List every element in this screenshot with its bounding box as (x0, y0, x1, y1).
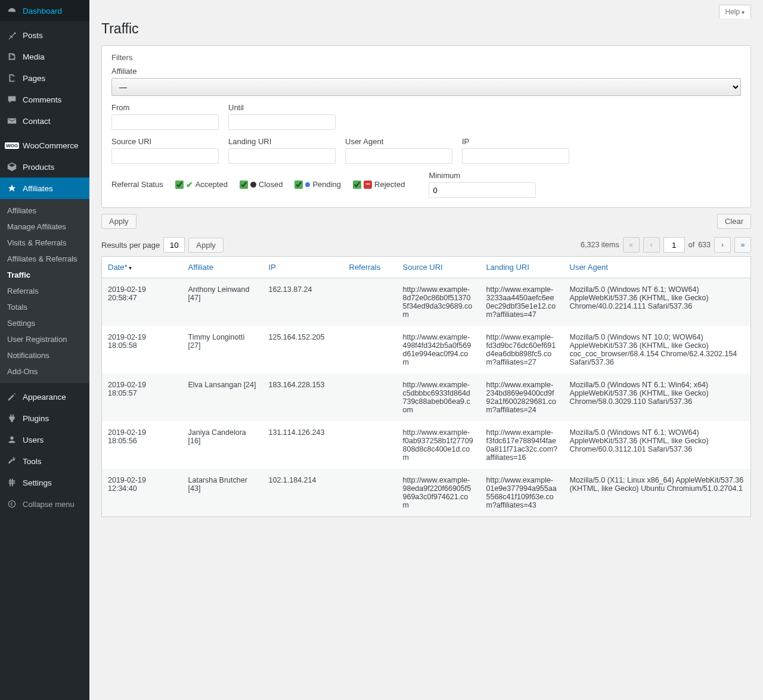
status-pending[interactable]: Pending (294, 180, 341, 189)
cell-affiliate: Janiya Candelora [16] (182, 421, 263, 469)
referral-status-label: Referral Status (111, 180, 163, 189)
menu-label: Products (23, 163, 54, 172)
submenu-affiliates-referrals[interactable]: Affiliates & Referrals (0, 251, 89, 267)
th-referrals[interactable]: Referrals (343, 257, 397, 278)
until-input[interactable] (228, 114, 336, 130)
main-content: Help Traffic Filters Affiliate — From Un… (89, 0, 763, 700)
dot-icon (305, 182, 310, 187)
pager-prev-icon[interactable]: ‹ (643, 237, 660, 253)
pager-current-input[interactable] (663, 237, 685, 253)
submenu-totals[interactable]: Totals (0, 299, 89, 315)
cell-landing-uri: http://www.example-fd3d9bc76dc60ef691d4e… (480, 326, 564, 374)
apply-button[interactable]: Apply (101, 214, 137, 229)
until-label: Until (228, 103, 336, 112)
clear-button[interactable]: Clear (717, 214, 751, 229)
help-tab[interactable]: Help (719, 5, 751, 18)
th-date[interactable]: Date* (102, 257, 182, 278)
menu-tools[interactable]: Tools (0, 450, 89, 472)
pager-next-icon[interactable]: › (714, 237, 731, 253)
cell-source-uri: http://www.example-498f4fd342b5a0f569d61… (397, 326, 480, 374)
cell-referrals (343, 421, 397, 469)
collapse-menu[interactable]: Collapse menu (0, 493, 89, 515)
table-row: 2019-02-19 12:34:40 Latarsha Brutcher [4… (102, 469, 751, 517)
menu-dashboard[interactable]: Dashboard (0, 0, 89, 21)
submenu-visits-referrals[interactable]: Visits & Referrals (0, 235, 89, 251)
th-landing-uri[interactable]: Landing URI (480, 257, 564, 278)
menu-appearance[interactable]: Appearance (0, 386, 89, 407)
appearance-icon (6, 391, 18, 403)
th-affiliate[interactable]: Affiliate (182, 257, 263, 278)
affiliate-select[interactable]: — (111, 78, 741, 96)
menu-posts[interactable]: Posts (0, 24, 89, 46)
pager-of-label: of (688, 241, 694, 249)
menu-woocommerce[interactable]: WOOWooCommerce (0, 135, 89, 156)
cell-source-uri: http://www.example-f0ab937258b1f27709808… (397, 421, 480, 469)
cell-date: 2019-02-19 12:34:40 (102, 469, 182, 517)
menu-plugins[interactable]: Plugins (0, 407, 89, 429)
status-accepted[interactable]: ✔Accepted (175, 180, 228, 189)
source-uri-label: Source URI (111, 137, 219, 146)
menu-comments[interactable]: Comments (0, 89, 89, 110)
cell-affiliate: Anthony Leinwand [47] (182, 278, 263, 326)
submenu-traffic[interactable]: Traffic (0, 267, 89, 283)
cell-referrals (343, 469, 397, 517)
submenu-manage-affiliates[interactable]: Manage Affiliates (0, 219, 89, 235)
cell-date: 2019-02-19 18:05:57 (102, 374, 182, 421)
cell-date: 2019-02-19 20:58:47 (102, 278, 182, 326)
cell-user-agent: Mozilla/5.0 (Windows NT 6.1; WOW64) Appl… (564, 278, 751, 326)
landing-uri-label: Landing URI (228, 137, 336, 146)
svg-point-0 (8, 500, 15, 507)
submenu-settings[interactable]: Settings (0, 315, 89, 331)
affiliates-icon (6, 182, 18, 194)
media-icon (6, 51, 18, 63)
ip-input[interactable] (462, 148, 569, 164)
menu-pages[interactable]: Pages (0, 67, 89, 89)
cell-date: 2019-02-19 18:05:56 (102, 421, 182, 469)
source-uri-input[interactable] (111, 148, 219, 164)
menu-label: Plugins (23, 414, 49, 423)
filters-panel: Filters Affiliate — From Until Source UR… (101, 45, 751, 208)
submenu-user-registration[interactable]: User Registration (0, 331, 89, 347)
status-rejected-checkbox[interactable] (353, 181, 361, 189)
per-page-input[interactable] (163, 237, 185, 253)
traffic-table: Date* Affiliate IP Referrals Source URI … (101, 256, 751, 517)
check-icon: ✔ (186, 180, 193, 189)
cell-landing-uri: http://www.example-01e9e377994a955aa5568… (480, 469, 564, 517)
status-closed[interactable]: Closed (240, 180, 283, 189)
submenu-referrals[interactable]: Referrals (0, 283, 89, 299)
menu-users[interactable]: Users (0, 429, 89, 450)
minimum-input[interactable] (429, 182, 536, 198)
menu-products[interactable]: Products (0, 156, 89, 178)
user-agent-input[interactable] (345, 148, 452, 164)
menu-contact[interactable]: Contact (0, 110, 89, 132)
per-page-apply-button[interactable]: Apply (188, 238, 224, 253)
mail-icon (6, 115, 18, 127)
status-accepted-checkbox[interactable] (175, 181, 184, 189)
submenu-affiliates[interactable]: Affiliates (0, 203, 89, 219)
submenu-add-ons[interactable]: Add-Ons (0, 363, 89, 379)
status-rejected[interactable]: Rejected (353, 180, 405, 189)
menu-settings[interactable]: Settings (0, 472, 89, 493)
submenu-notifications[interactable]: Notifications (0, 347, 89, 363)
menu-label: Comments (23, 95, 61, 104)
menu-media[interactable]: Media (0, 46, 89, 67)
th-source-uri[interactable]: Source URI (397, 257, 480, 278)
pager-first-icon[interactable]: « (623, 237, 640, 253)
table-row: 2019-02-19 18:05:56 Janiya Candelora [16… (102, 421, 751, 469)
users-icon (6, 434, 18, 446)
th-user-agent[interactable]: User Agent (564, 257, 751, 278)
affiliate-label: Affiliate (111, 67, 741, 76)
status-pending-checkbox[interactable] (294, 181, 303, 189)
from-input[interactable] (111, 114, 219, 130)
table-row: 2019-02-19 18:05:58 Timmy Longinotti [27… (102, 326, 751, 374)
th-ip[interactable]: IP (263, 257, 343, 278)
status-closed-checkbox[interactable] (240, 181, 248, 189)
pager-last-icon[interactable]: » (734, 237, 751, 253)
minus-icon (364, 181, 372, 189)
minimum-label: Minimum (429, 171, 536, 180)
cell-landing-uri: http://www.example-3233aa4450aefc6ee0ec2… (480, 278, 564, 326)
cell-user-agent: Mozilla/5.0 (Windows NT 6.1; Win64; x64)… (564, 374, 751, 421)
menu-label: Affiliates (23, 184, 53, 193)
menu-affiliates[interactable]: Affiliates (0, 178, 89, 199)
landing-uri-input[interactable] (228, 148, 336, 164)
